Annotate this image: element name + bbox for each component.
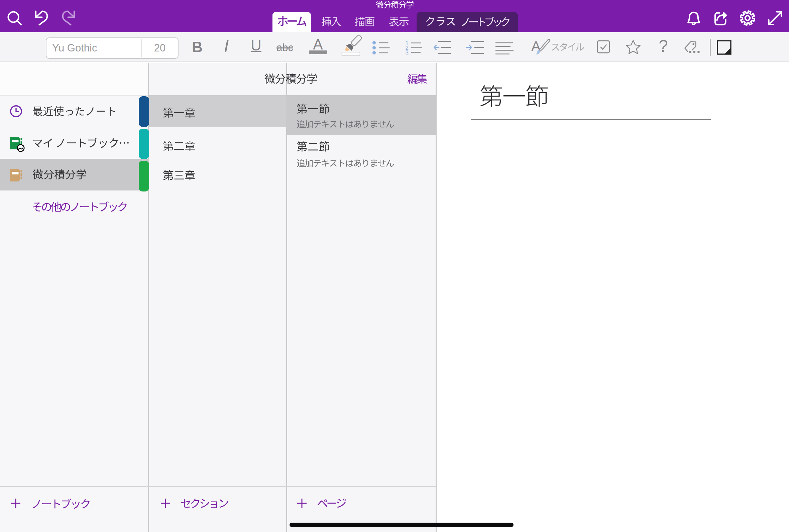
svg-text:3: 3 [406, 50, 409, 56]
